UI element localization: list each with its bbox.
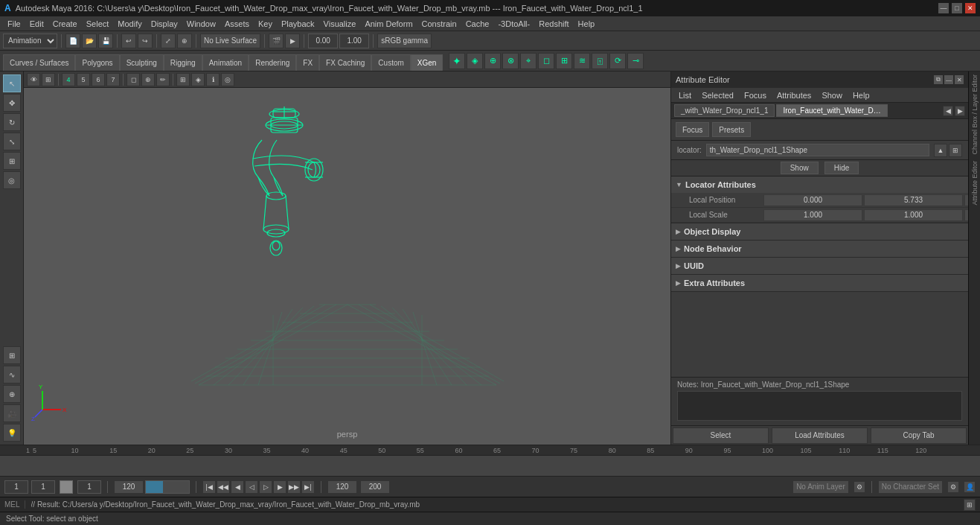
move-tool-button[interactable]: ✥ (3, 94, 21, 112)
local-scale-y[interactable] (864, 209, 963, 221)
shelf-icon-1[interactable]: ✦ (449, 53, 465, 69)
vp-select-btn[interactable]: ◻ (126, 73, 140, 86)
mode-select[interactable]: Animation Modeling Rigging FX Rendering (3, 34, 57, 48)
menu-file[interactable]: File (3, 16, 25, 31)
attr-nav-prev[interactable]: ◀ (943, 106, 953, 116)
vp-camera-btn[interactable]: 👁 (27, 73, 40, 86)
anim-layer-settings[interactable]: ⚙ (854, 481, 865, 493)
menu-window[interactable]: Window (182, 16, 220, 31)
attr-nav-node-2[interactable]: Iron_Faucet_with_Water_Drop_ncl1_1Shape (776, 104, 888, 117)
pb-go-start[interactable]: |◀ (202, 480, 216, 494)
attr-close-button[interactable]: ✕ (955, 75, 964, 84)
pb-play-fwd[interactable]: ▷ (259, 480, 272, 494)
snap-curve-button[interactable]: ∿ (3, 366, 21, 384)
vp-light-btn[interactable]: 7 (106, 73, 120, 86)
attr-menu-focus[interactable]: Focus (740, 91, 771, 100)
attr-section-obj-display-header[interactable]: ▶ Object Display (671, 223, 968, 240)
menu-modify[interactable]: Modify (113, 16, 146, 31)
vp-xray-btn[interactable]: ⊞ (176, 73, 190, 86)
attr-section-locator-header[interactable]: ▼ Locator Attributes (671, 176, 968, 193)
shelf-icon-11[interactable]: ⊸ (627, 53, 644, 69)
attr-menu-selected[interactable]: Selected (697, 91, 738, 100)
menu-cache[interactable]: Cache (461, 16, 494, 31)
attr-menu-show[interactable]: Show (817, 91, 847, 100)
vp-hud-btn[interactable]: ℹ (206, 73, 220, 86)
vp-wireframe-btn[interactable]: 4 (62, 73, 75, 86)
open-file-button[interactable]: 📂 (82, 34, 97, 48)
scale-input[interactable] (339, 34, 369, 48)
char-set-settings[interactable]: ⚙ (947, 481, 959, 493)
local-scale-x[interactable] (763, 209, 862, 221)
timeline-scrubber[interactable] (0, 456, 980, 476)
snap-point-button[interactable]: ⊕ (3, 385, 21, 403)
vp-texture-btn[interactable]: 6 (92, 73, 105, 86)
pb-next-frame[interactable]: ▶ (273, 480, 286, 494)
local-pos-y[interactable] (864, 194, 963, 206)
load-attributes-button[interactable]: Load Attributes (772, 427, 868, 444)
shelf-tab-rendering[interactable]: Rendering (249, 54, 296, 71)
attr-menu-list[interactable]: List (674, 91, 696, 100)
coord-input[interactable] (308, 34, 338, 48)
attr-menu-attributes[interactable]: Attributes (772, 91, 816, 100)
playback-end-input[interactable] (114, 480, 144, 494)
pb-go-end[interactable]: ▶| (301, 480, 315, 494)
snap-grid-button[interactable]: ⊞ (3, 346, 21, 364)
shelf-icon-5[interactable]: ⌖ (520, 53, 537, 69)
shelf-icon-3[interactable]: ⊕ (484, 53, 501, 69)
pb-step-back[interactable]: ◀◀ (217, 480, 230, 494)
shelf-icon-6[interactable]: ◻ (538, 53, 554, 69)
redo-button[interactable]: ↪ (138, 34, 153, 48)
attr-menu-help[interactable]: Help (848, 91, 874, 100)
shelf-tab-animation[interactable]: Animation (202, 54, 249, 71)
scale-tool-button[interactable]: ⤡ (3, 133, 21, 150)
transform-tool-button[interactable]: ⊞ (3, 152, 21, 170)
maximize-button[interactable]: □ (952, 3, 962, 13)
attr-section-extra-header[interactable]: ▶ Extra Attributes (671, 275, 968, 291)
presets-button[interactable]: Presets (712, 122, 751, 137)
attribute-editor-side-label[interactable]: Attribute Editor (971, 161, 979, 206)
save-file-button[interactable]: 💾 (98, 34, 113, 48)
shelf-icon-8[interactable]: ≋ (574, 53, 590, 69)
locator-up-btn[interactable]: ▲ (934, 144, 947, 157)
menu-playback[interactable]: Playback (277, 16, 319, 31)
viewport-canvas[interactable]: X Y Z persp (24, 88, 670, 445)
shelf-icon-10[interactable]: ⟳ (609, 53, 626, 69)
close-button[interactable]: ✕ (965, 3, 976, 13)
menu-assets[interactable]: Assets (220, 16, 254, 31)
shelf-icon-9[interactable]: ⍐ (592, 53, 608, 69)
shelf-tab-rigging[interactable]: Rigging (164, 54, 202, 71)
pb-step-fwd[interactable]: ▶▶ (287, 480, 301, 494)
vp-paint-btn[interactable]: ✏ (156, 73, 170, 86)
sub-frame-input[interactable] (77, 480, 101, 494)
select-button[interactable]: Select (673, 427, 769, 444)
undo-button[interactable]: ↩ (121, 34, 136, 48)
menu-help[interactable]: Help (574, 16, 600, 31)
range-slider[interactable] (145, 480, 190, 494)
attr-nav-node-1[interactable]: _with_Water_Drop_ncl1_1 (674, 104, 775, 117)
render-button[interactable]: ▶ (285, 34, 300, 48)
vp-grid-btn[interactable]: ⊞ (42, 73, 55, 86)
vp-aa-btn[interactable]: ◎ (221, 73, 234, 86)
char-set-extra[interactable]: 👤 (964, 481, 976, 493)
menu-redshift[interactable]: Redshift (534, 16, 573, 31)
shelf-icon-2[interactable]: ◈ (467, 53, 483, 69)
range-end-input[interactable] (327, 480, 357, 494)
menu-display[interactable]: Display (147, 16, 182, 31)
local-pos-x[interactable] (763, 194, 862, 206)
menu-edit[interactable]: Edit (25, 16, 48, 31)
start-frame-input[interactable] (4, 480, 28, 494)
pb-play-back[interactable]: ◁ (245, 480, 258, 494)
hide-button[interactable]: Hide (824, 162, 859, 174)
shelf-tab-polygons[interactable]: Polygons (75, 54, 119, 71)
shelf-icon-4[interactable]: ⊗ (502, 53, 519, 69)
vp-iso-btn[interactable]: ◈ (191, 73, 205, 86)
menu-anim-deform[interactable]: Anim Deform (360, 16, 417, 31)
focus-button[interactable]: Focus (676, 122, 709, 137)
menu-3dtoall[interactable]: -3DtoAll- (493, 16, 534, 31)
shelf-tab-custom[interactable]: Custom (371, 54, 410, 71)
render-preview-button[interactable]: 🎬 (269, 34, 284, 48)
attr-section-uuid-header[interactable]: ▶ UUID (671, 258, 968, 274)
range-end-2-input[interactable] (360, 480, 390, 494)
menu-constrain[interactable]: Constrain (417, 16, 461, 31)
transform-button[interactable]: ⤢ (161, 34, 176, 48)
